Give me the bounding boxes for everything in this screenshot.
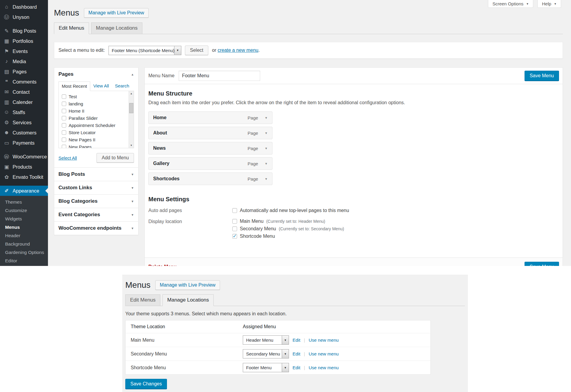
page-list-item[interactable]: Test <box>62 93 127 100</box>
item-expand-icon[interactable]: ▼ <box>265 147 268 150</box>
sidebar-item-calender[interactable]: ▥ Calender <box>0 97 48 107</box>
secondary-menu-checkbox[interactable] <box>232 226 237 231</box>
assigned-menu-select[interactable]: Secondary Menu ▼ <box>243 349 289 358</box>
sidebar-item-services[interactable]: ⚙ Services <box>0 117 48 128</box>
collapse-down-icon[interactable]: ▼ <box>131 213 134 217</box>
add-to-menu-button[interactable]: Add to Menu <box>97 153 134 163</box>
select-menu-button[interactable]: Select <box>185 46 208 55</box>
sidebar-item-unyson[interactable]: Ⓤ Unyson <box>0 12 48 22</box>
edit-link[interactable]: Edit <box>293 351 300 356</box>
tab-edit-menus[interactable]: Edit Menus <box>125 294 160 306</box>
sidebar-item-woocommerce[interactable]: Ⓦ WooCommerce <box>0 152 48 162</box>
auto-add-pages-option[interactable]: Automatically add new top-level pages to… <box>232 208 349 213</box>
menu-name-input[interactable] <box>179 71 260 81</box>
blog-categories-box-header[interactable]: Blog Categories ▼ <box>54 195 138 208</box>
assigned-menu-select[interactable]: Footer Menu ▼ <box>243 363 289 372</box>
screen-options-button[interactable]: Screen Options ▼ <box>488 0 533 8</box>
edit-link[interactable]: Edit <box>293 337 300 343</box>
collapse-down-icon[interactable]: ▼ <box>131 186 134 190</box>
tab-edit-menus[interactable]: Edit Menus <box>54 22 89 34</box>
menu-item-row[interactable]: Shortcodes Page ▼ <box>148 172 272 185</box>
page-checkbox[interactable] <box>62 123 66 128</box>
woocommerce-endpoints-box-header[interactable]: WooCommerce endpoints ▼ <box>54 222 138 235</box>
collapse-down-icon[interactable]: ▼ <box>131 200 134 203</box>
page-list-item[interactable]: Appointment Scheduler <box>62 122 127 129</box>
live-preview-button[interactable]: Manage with Live Preview <box>84 8 149 18</box>
page-checkbox[interactable] <box>62 109 66 113</box>
page-list-item[interactable]: New Pages II <box>62 136 127 143</box>
list-scrollbar[interactable]: ▲ ▼ <box>129 91 134 148</box>
auto-add-pages-checkbox[interactable] <box>232 208 237 213</box>
sidebar-item-menus[interactable]: Menus <box>0 223 48 231</box>
collapse-down-icon[interactable]: ▼ <box>131 227 134 230</box>
menu-item-row[interactable]: Home Page ▼ <box>148 111 272 124</box>
location-option-shortcode-menu[interactable]: Shortcode Menu <box>232 234 344 239</box>
live-preview-button[interactable]: Manage with Live Preview <box>155 280 220 290</box>
page-checkbox[interactable] <box>62 137 66 142</box>
sidebar-item-themes[interactable]: Themes <box>0 198 48 206</box>
custom-links-box-header[interactable]: Custom Links ▼ <box>54 181 138 194</box>
page-list-item[interactable]: Parallax Slider <box>62 114 127 122</box>
pages-box-header[interactable]: Pages ▲ <box>54 68 138 81</box>
sidebar-item-header[interactable]: Header <box>0 231 48 240</box>
blog-posts-box-header[interactable]: Blog Posts ▼ <box>54 168 138 181</box>
tab-most-recent[interactable]: Most Recent <box>58 81 90 91</box>
sidebar-item-envato-toolkit[interactable]: ✿ Envato Toolkit <box>0 172 48 182</box>
tab-search[interactable]: Search <box>112 81 132 91</box>
sidebar-item-contact[interactable]: ✉ Contact <box>0 87 48 97</box>
tab-view-all[interactable]: View All <box>90 81 112 91</box>
page-list-item[interactable]: Home II <box>62 107 127 114</box>
sidebar-item-blog-posts[interactable]: ✎ Blog Posts <box>0 26 48 36</box>
page-checkbox[interactable] <box>62 145 66 149</box>
sidebar-item-customers[interactable]: ☻ Customers <box>0 128 48 138</box>
assigned-menu-select[interactable]: Header Menu ▼ <box>243 335 289 345</box>
scroll-up-icon[interactable]: ▲ <box>129 91 134 96</box>
menu-item-row[interactable]: Gallery Page ▼ <box>148 157 272 170</box>
tab-manage-locations[interactable]: Manage Locations <box>91 22 142 34</box>
shortcode-menu-checkbox[interactable] <box>232 234 237 239</box>
sidebar-item-portfolios[interactable]: ▦ Portfolios <box>0 36 48 46</box>
tab-manage-locations[interactable]: Manage Locations <box>162 294 214 306</box>
item-expand-icon[interactable]: ▼ <box>265 177 268 181</box>
use-new-menu-link[interactable]: Use new menu <box>309 337 339 343</box>
scroll-down-icon[interactable]: ▼ <box>129 143 134 148</box>
page-list-item[interactable]: landing <box>62 100 127 107</box>
sidebar-item-payments[interactable]: ▭ Payments <box>0 138 48 148</box>
event-categories-box-header[interactable]: Event Categories ▼ <box>54 208 138 221</box>
sidebar-item-widgets[interactable]: Widgets <box>0 215 48 223</box>
save-changes-button[interactable]: Save Changes <box>125 379 167 389</box>
sidebar-item-staffs[interactable]: ☺ Staffs <box>0 107 48 117</box>
page-checkbox[interactable] <box>62 102 66 106</box>
use-new-menu-link[interactable]: Use new menu <box>309 351 339 356</box>
sidebar-item-events[interactable]: ⚑ Events <box>0 46 48 56</box>
save-menu-button-top[interactable]: Save Menu <box>525 71 559 81</box>
sidebar-item-customize[interactable]: Customize <box>0 206 48 215</box>
scrollbar-thumb[interactable] <box>129 103 133 113</box>
menu-item-row[interactable]: News Page ▼ <box>148 142 272 155</box>
page-checkbox[interactable] <box>62 130 66 135</box>
edit-link[interactable]: Edit <box>293 365 300 370</box>
menu-item-row[interactable]: About Page ▼ <box>148 127 272 139</box>
page-checkbox[interactable] <box>62 94 66 99</box>
main-menu-checkbox[interactable] <box>232 219 237 224</box>
page-checkbox[interactable] <box>62 116 66 120</box>
select-all-link[interactable]: Select All <box>58 155 77 161</box>
page-list-item[interactable]: New Pages <box>62 143 127 148</box>
location-option-main-menu[interactable]: Main Menu (Currently set to: Header Menu… <box>232 219 344 224</box>
item-expand-icon[interactable]: ▼ <box>265 131 268 135</box>
sidebar-item-background[interactable]: Background <box>0 240 48 248</box>
sidebar-item-gardening-options[interactable]: Gardening Options <box>0 248 48 257</box>
sidebar-item-dashboard[interactable]: ⌂ Dashboard <box>0 2 48 12</box>
item-expand-icon[interactable]: ▼ <box>265 116 268 119</box>
page-list-item[interactable]: Store Locator <box>62 129 127 136</box>
sidebar-item-pages[interactable]: ▤ Pages <box>0 66 48 77</box>
sidebar-item-editor[interactable]: Editor <box>0 257 48 265</box>
create-new-menu-link[interactable]: create a new menu <box>218 48 258 53</box>
menu-to-edit-select[interactable]: Footer Menu (Shortcode Menu) ▼ <box>109 46 181 55</box>
sidebar-item-products[interactable]: ▣ Products <box>0 162 48 172</box>
sidebar-item-media[interactable]: ♪ Media <box>0 56 48 66</box>
collapse-up-icon[interactable]: ▲ <box>131 73 134 76</box>
use-new-menu-link[interactable]: Use new menu <box>309 365 339 370</box>
location-option-secondary-menu[interactable]: Secondary Menu (Currently set to: Second… <box>232 226 344 231</box>
item-expand-icon[interactable]: ▼ <box>265 162 268 165</box>
